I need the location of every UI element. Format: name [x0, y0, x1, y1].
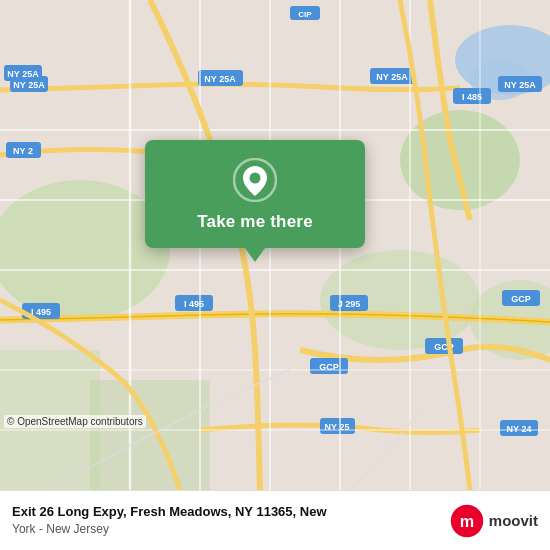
address-text: Exit 26 Long Expy, Fresh Meadows, NY 113… [12, 503, 439, 538]
svg-text:J 295: J 295 [338, 299, 361, 309]
osm-credit: © OpenStreetMap contributors [4, 415, 146, 428]
svg-point-2 [400, 110, 520, 210]
svg-text:I 495: I 495 [184, 299, 204, 309]
svg-text:GCP: GCP [511, 294, 531, 304]
svg-text:CIP: CIP [298, 10, 312, 19]
moovit-logo[interactable]: m moovit [449, 503, 538, 539]
svg-text:NY 25A: NY 25A [204, 74, 236, 84]
address-line2: York - New Jersey [12, 521, 439, 538]
svg-text:NY 25A: NY 25A [13, 80, 45, 90]
svg-point-53 [250, 173, 261, 184]
svg-text:NY 24: NY 24 [507, 424, 532, 434]
svg-text:NY 25A: NY 25A [376, 72, 408, 82]
map-container[interactable]: I 495 I 495 J 295 GCP GCP NY 25A NY 25A … [0, 0, 550, 490]
svg-text:m: m [460, 512, 474, 530]
location-pin-icon [233, 158, 277, 202]
moovit-brand-name: moovit [489, 513, 538, 528]
take-me-there-popup[interactable]: Take me there [145, 140, 365, 248]
address-line1: Exit 26 Long Expy, Fresh Meadows, NY 113… [12, 503, 439, 521]
popup-label: Take me there [197, 212, 313, 232]
svg-text:NY 25A: NY 25A [7, 69, 39, 79]
svg-text:NY 2: NY 2 [13, 146, 33, 156]
moovit-icon: m [449, 503, 485, 539]
svg-text:I 485: I 485 [462, 92, 482, 102]
bottom-bar: Exit 26 Long Expy, Fresh Meadows, NY 113… [0, 490, 550, 550]
svg-text:NY 25A: NY 25A [504, 80, 536, 90]
